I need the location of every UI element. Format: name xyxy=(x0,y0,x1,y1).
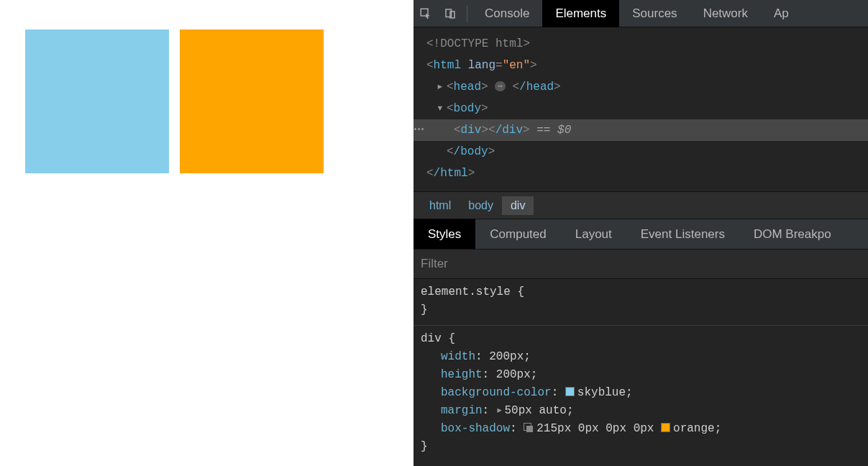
tree-selected-div[interactable]: <div></div> == $0 xyxy=(414,119,868,141)
color-swatch-orange[interactable] xyxy=(661,423,670,432)
prop-box-shadow[interactable]: box-shadow: 215px 0px 0px 0px orange; xyxy=(421,420,861,438)
crumb-div[interactable]: div xyxy=(502,196,534,215)
shadow-editor-icon[interactable] xyxy=(524,423,534,433)
stab-styles[interactable]: Styles xyxy=(414,219,475,250)
device-toggle-icon[interactable] xyxy=(438,0,462,27)
rule-div[interactable]: div { width: 200px; height: 200px; backg… xyxy=(414,330,868,462)
styles-body: element.style { } div { width: 200px; he… xyxy=(414,279,868,466)
tree-head[interactable]: ▸<head> ⋯ </head> xyxy=(414,76,868,98)
rule-element-style[interactable]: element.style { } xyxy=(414,283,868,326)
toolbar-separator xyxy=(467,5,467,22)
tree-doctype[interactable]: <!DOCTYPE html> xyxy=(414,33,868,55)
stab-dom-breakpoints[interactable]: DOM Breakpo xyxy=(739,219,846,250)
collapse-arrow-icon[interactable]: ▾ xyxy=(437,98,447,119)
prop-background-color[interactable]: background-color: skyblue; xyxy=(421,384,861,402)
stab-event-listeners[interactable]: Event Listeners xyxy=(626,219,739,250)
ellipsis-icon[interactable]: ⋯ xyxy=(495,81,506,91)
tab-application[interactable]: Ap xyxy=(761,0,793,27)
tree-body-close[interactable]: </body> xyxy=(414,141,868,163)
color-swatch-skyblue[interactable] xyxy=(565,387,575,396)
tab-console[interactable]: Console xyxy=(472,0,542,27)
crumb-body[interactable]: body xyxy=(460,196,502,215)
crumb-html[interactable]: html xyxy=(421,196,460,215)
tree-html-close[interactable]: </html> xyxy=(414,163,868,184)
page-preview xyxy=(0,0,414,466)
styles-filter-row xyxy=(414,249,868,279)
elements-tree[interactable]: <!DOCTYPE html> <html lang="en"> ▸<head>… xyxy=(414,27,868,191)
prop-height[interactable]: height: 200px; xyxy=(421,366,861,384)
selector-div: div xyxy=(421,332,442,345)
stab-layout[interactable]: Layout xyxy=(561,219,626,250)
skyblue-box xyxy=(25,29,169,173)
inspect-icon[interactable] xyxy=(414,0,438,27)
stab-computed[interactable]: Computed xyxy=(475,219,560,250)
orange-box xyxy=(180,29,324,173)
expand-arrow-icon[interactable]: ▸ xyxy=(437,76,447,98)
tab-elements[interactable]: Elements xyxy=(542,0,619,27)
shorthand-expand-icon[interactable]: ▸ xyxy=(496,404,503,417)
tree-body-open[interactable]: ▾<body> xyxy=(414,98,868,119)
devtools-toolbar: Console Elements Sources Network Ap xyxy=(414,0,868,27)
styles-filter-input[interactable] xyxy=(421,257,861,271)
styles-tabs: Styles Computed Layout Event Listeners D… xyxy=(414,219,868,249)
tab-network[interactable]: Network xyxy=(690,0,761,27)
prop-width[interactable]: width: 200px; xyxy=(421,348,861,366)
selector-element-style: element.style xyxy=(421,285,511,298)
breadcrumb: html body div xyxy=(414,191,868,219)
tab-sources[interactable]: Sources xyxy=(619,0,690,27)
prop-margin[interactable]: margin: ▸50px auto; xyxy=(421,402,861,420)
tree-html-open[interactable]: <html lang="en"> xyxy=(414,55,868,76)
devtools-panel: Console Elements Sources Network Ap <!DO… xyxy=(414,0,868,466)
